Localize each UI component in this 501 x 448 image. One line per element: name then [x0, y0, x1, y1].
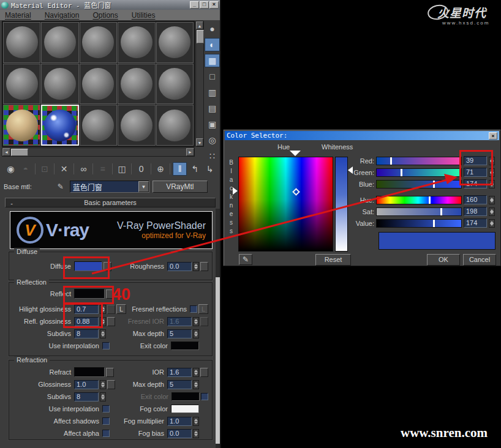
basic-parameters-rollout[interactable]: - Basic parameters: [5, 198, 216, 207]
fog-bias-field[interactable]: 0.0: [167, 429, 192, 438]
sample-slot[interactable]: [156, 105, 194, 146]
material-id-channel-icon[interactable]: 0: [134, 162, 148, 176]
background-checker-icon[interactable]: ▦: [205, 54, 220, 67]
slider-handle[interactable]: [440, 208, 442, 215]
hue-marker-icon[interactable]: [290, 151, 301, 156]
blue-spinner[interactable]: [489, 180, 495, 189]
sample-slot[interactable]: [118, 105, 155, 146]
refr-exit-color-checkbox[interactable]: [201, 393, 208, 400]
reset-map-icon[interactable]: ✕: [57, 162, 70, 176]
parameters-scrollbar[interactable]: [216, 209, 220, 448]
refl-exit-color-swatch[interactable]: [171, 342, 199, 350]
sample-slot[interactable]: [118, 64, 155, 105]
fresnel-ior-spinner[interactable]: [193, 317, 199, 326]
show-end-result-icon[interactable]: ‖: [173, 162, 187, 176]
roughness-spinner[interactable]: [193, 262, 199, 271]
rollout-collapse-icon[interactable]: -: [8, 199, 15, 207]
color-selector-title-bar[interactable]: Color Selector: ×: [225, 131, 499, 140]
slider-handle[interactable]: [390, 157, 392, 165]
sample-slot[interactable]: [156, 64, 194, 105]
fresnel-lock-button[interactable]: L: [198, 304, 208, 314]
sample-slot[interactable]: [80, 105, 117, 146]
slots-horizontal-scrollbar[interactable]: ◄ ►: [2, 147, 195, 157]
sample-slot[interactable]: [3, 22, 40, 63]
fog-multiplier-field[interactable]: 1.0: [167, 417, 192, 426]
scrollbar-thumb[interactable]: [197, 30, 204, 43]
slider-handle[interactable]: [429, 196, 431, 204]
fog-multiplier-spinner[interactable]: [193, 417, 199, 426]
material-type-button[interactable]: VRayMtl: [153, 181, 208, 193]
green-slider[interactable]: [376, 168, 462, 177]
refr-subdivs-spinner[interactable]: [100, 392, 106, 401]
scroll-right-arrow[interactable]: ►: [186, 148, 194, 156]
fresnel-ior-map-button[interactable]: [200, 317, 208, 326]
fog-bias-spinner[interactable]: [193, 429, 199, 438]
green-spinner[interactable]: [489, 168, 495, 177]
sample-slot-active-blue-material[interactable]: [41, 105, 78, 146]
make-material-copy-icon[interactable]: ∞: [77, 162, 90, 176]
sat-spinner[interactable]: [489, 207, 495, 216]
fresnel-ior-field[interactable]: 1.6: [167, 317, 192, 326]
material-name-field[interactable]: 蓝色门窗: [70, 181, 149, 193]
affect-alpha-checkbox[interactable]: [102, 430, 110, 437]
scroll-up-arrow[interactable]: ▲: [196, 21, 203, 29]
go-to-parent-icon[interactable]: ↰: [188, 162, 202, 176]
menu-material[interactable]: Material: [5, 11, 31, 20]
affect-shadows-checkbox[interactable]: [102, 417, 110, 425]
diffuse-color-swatch[interactable]: [74, 261, 102, 271]
red-spinner[interactable]: [489, 157, 495, 165]
whiteness-strip[interactable]: [335, 157, 348, 252]
value-value-field[interactable]: 174: [464, 218, 487, 228]
slider-handle[interactable]: [433, 220, 435, 227]
pick-material-icon[interactable]: ✎: [55, 181, 66, 192]
eyedropper-icon[interactable]: ✎: [239, 254, 252, 265]
backlight-icon[interactable]: ◐: [205, 38, 220, 51]
blue-slider[interactable]: [376, 180, 462, 189]
scroll-left-arrow[interactable]: ◄: [2, 148, 10, 156]
scroll-down-arrow[interactable]: ▼: [196, 138, 203, 146]
refr-glossiness-spinner[interactable]: [100, 380, 106, 389]
put-to-library-icon[interactable]: ◫: [115, 162, 129, 176]
refr-glossiness-field[interactable]: 1.0: [74, 380, 99, 389]
make-preview-icon[interactable]: ▤: [205, 102, 220, 115]
sample-slot[interactable]: [3, 64, 40, 105]
value-slider[interactable]: [376, 219, 462, 228]
close-button[interactable]: ×: [209, 1, 219, 9]
refl-subdivs-field[interactable]: 8: [74, 329, 99, 338]
refr-max-depth-field[interactable]: 5: [167, 380, 192, 389]
select-by-material-icon[interactable]: ◎: [205, 133, 220, 147]
scrollbar-thumb[interactable]: [11, 149, 28, 156]
hue-blackness-square[interactable]: [238, 157, 333, 252]
refr-glossiness-map-button[interactable]: [107, 380, 115, 389]
menu-navigation[interactable]: Navigation: [45, 11, 80, 20]
make-unique-icon[interactable]: ≡: [96, 162, 109, 176]
hilight-glossiness-lock-button[interactable]: L: [116, 304, 126, 314]
sample-slot[interactable]: [118, 22, 155, 63]
blue-value-field[interactable]: 174: [464, 179, 487, 189]
hilight-glossiness-field[interactable]: 0.7: [74, 305, 99, 314]
ior-field[interactable]: 1.6: [167, 368, 192, 377]
sat-slider[interactable]: [376, 207, 462, 216]
red-value-field[interactable]: 39: [464, 156, 487, 165]
sat-value-field[interactable]: 198: [464, 207, 487, 216]
hue-spinner[interactable]: [489, 196, 495, 204]
roughness-map-button[interactable]: [200, 262, 208, 271]
assign-material-to-selection-icon[interactable]: ⊡: [38, 162, 51, 176]
color-selector-close-icon[interactable]: ×: [489, 132, 497, 140]
red-slider[interactable]: [376, 157, 462, 165]
go-forward-sibling-icon[interactable]: ↳: [203, 162, 216, 176]
hilight-glossiness-spinner[interactable]: [100, 305, 106, 314]
ok-button[interactable]: OK: [427, 254, 460, 266]
refl-glossiness-field[interactable]: 0.88: [74, 317, 99, 326]
fog-color-swatch[interactable]: [171, 405, 199, 413]
refr-exit-color-swatch[interactable]: [171, 392, 200, 401]
refl-glossiness-map-button[interactable]: [107, 317, 115, 326]
minimize-button[interactable]: _: [190, 1, 199, 9]
refr-max-depth-spinner[interactable]: [193, 380, 199, 389]
value-spinner[interactable]: [489, 219, 495, 228]
put-material-to-scene-icon[interactable]: ◓: [18, 162, 32, 176]
green-value-field[interactable]: 71: [464, 168, 487, 177]
refract-map-button[interactable]: [106, 368, 114, 377]
hilight-glossiness-map-button[interactable]: [107, 305, 115, 314]
hue-value-field[interactable]: 160: [464, 195, 487, 204]
